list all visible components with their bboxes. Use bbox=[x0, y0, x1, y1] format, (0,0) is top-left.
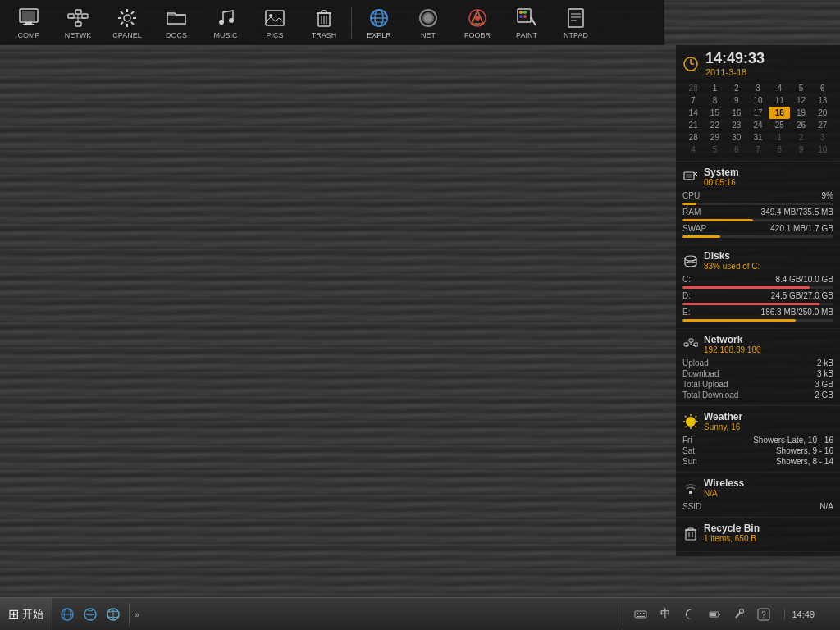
weather-title: Weather bbox=[704, 411, 742, 422]
svg-point-72 bbox=[686, 417, 696, 427]
quick-launch-area: » bbox=[52, 603, 144, 626]
svg-rect-96 bbox=[637, 613, 638, 614]
taskbar-icon-foobr[interactable]: FOOBR bbox=[453, 2, 502, 43]
bottom-taskbar: ⊞ 开始 » bbox=[0, 597, 840, 630]
internet-explorer-icon bbox=[368, 7, 390, 30]
wireless-widget: Wireless N/A SSID N/A bbox=[676, 472, 840, 518]
svg-rect-57 bbox=[686, 174, 692, 178]
svg-point-39 bbox=[424, 14, 432, 22]
svg-point-12 bbox=[124, 15, 130, 21]
cpu-row: CPU 9% bbox=[682, 190, 833, 201]
wireless-title: Wireless bbox=[704, 477, 744, 489]
svg-point-42 bbox=[475, 16, 480, 21]
taskbar-separator bbox=[351, 7, 352, 39]
svg-rect-2 bbox=[25, 22, 32, 24]
drive-c-row: C: 8.4 GB/10.0 GB bbox=[682, 274, 833, 285]
svg-rect-99 bbox=[637, 616, 645, 617]
svg-rect-82 bbox=[686, 530, 696, 540]
drive-d-fill bbox=[682, 303, 819, 305]
weather-widget: Weather Sunny, 16 Fri Showers Late, 10 -… bbox=[676, 406, 840, 472]
drive-c-fill bbox=[682, 286, 810, 289]
weather-sat: Sat Showers, 9 - 16 bbox=[682, 445, 833, 456]
taskbar-icon-pics[interactable]: PICS bbox=[250, 2, 299, 43]
sidebar-panel: 14:49:33 2011-3-18 28 1 2 3 4 5 6 7 8 9 … bbox=[676, 45, 840, 556]
svg-point-44 bbox=[519, 11, 523, 14]
taskbar-clock[interactable]: 14:49 bbox=[784, 609, 821, 619]
taskbar-clock-time: 14:49 bbox=[792, 609, 815, 619]
foobar-icon bbox=[466, 7, 489, 30]
trash-icon bbox=[313, 7, 336, 30]
svg-rect-4 bbox=[68, 14, 74, 18]
svg-point-45 bbox=[523, 11, 527, 14]
swap-fill bbox=[682, 235, 720, 238]
svg-rect-5 bbox=[75, 10, 81, 14]
svg-point-47 bbox=[523, 15, 527, 18]
paint-icon bbox=[515, 7, 538, 30]
drive-c-bar bbox=[682, 286, 833, 289]
svg-line-19 bbox=[131, 11, 134, 14]
calendar-widget: 14:49:33 2011-3-18 28 1 2 3 4 5 6 7 8 9 … bbox=[676, 45, 840, 162]
system-icon bbox=[682, 169, 699, 185]
tray-icon-chinese[interactable]: 中 bbox=[655, 604, 676, 625]
start-button[interactable]: ⊞ 开始 bbox=[0, 598, 52, 630]
taskbar-icon-ntpad[interactable]: NTPAD bbox=[551, 2, 600, 43]
network-widget-icon bbox=[682, 336, 699, 353]
date-display: 2011-3-18 bbox=[705, 67, 765, 77]
upload-row: Upload 2 kB bbox=[682, 358, 833, 368]
folder-icon bbox=[165, 7, 188, 30]
tray-icon-moon[interactable] bbox=[679, 604, 701, 625]
quick-launch-browser[interactable] bbox=[80, 604, 101, 625]
taskbar-icon-cpanel[interactable]: CPANEL bbox=[103, 2, 152, 43]
quick-launch-ie[interactable] bbox=[57, 604, 78, 625]
taskbar-icon-trash[interactable]: TRASH bbox=[299, 2, 349, 43]
weather-fri: Fri Showers Late, 10 - 16 bbox=[682, 435, 833, 445]
computer-icon bbox=[17, 7, 40, 30]
taskbar-icon-explr[interactable]: EXPLR bbox=[354, 2, 404, 43]
quick-launch-arrows: » bbox=[135, 609, 139, 619]
quick-launch-globe[interactable] bbox=[103, 604, 124, 625]
svg-point-104 bbox=[740, 609, 744, 613]
system-widget: System 00:05:16 CPU 9% RAM 349.4 MB/735.… bbox=[676, 162, 840, 245]
drive-e-row: E: 186.3 MB/250.0 MB bbox=[682, 307, 833, 317]
wireless-icon bbox=[682, 480, 699, 496]
svg-text:?: ? bbox=[761, 610, 766, 619]
taskbar-icon-paint[interactable]: PAINT bbox=[502, 2, 551, 43]
svg-rect-67 bbox=[689, 339, 693, 342]
download-row: Download 3 kB bbox=[682, 368, 833, 379]
cpu-bar bbox=[682, 203, 833, 205]
svg-line-79 bbox=[696, 416, 697, 418]
disks-widget: Disks 83% used of C: C: 8.4 GB/10.0 GB D… bbox=[676, 245, 840, 329]
cpu-fill bbox=[682, 203, 696, 205]
weather-sun: Sun Showers, 8 - 14 bbox=[682, 456, 833, 467]
drive-e-fill bbox=[682, 319, 796, 322]
svg-point-61 bbox=[685, 256, 696, 261]
taskbar-icon-music[interactable]: MUSIC bbox=[201, 2, 250, 43]
svg-line-70 bbox=[691, 345, 696, 346]
network-ip: 192.168.39.180 bbox=[704, 345, 761, 354]
ssid-row: SSID N/A bbox=[682, 501, 833, 512]
tray-icon-keyboard[interactable] bbox=[630, 604, 651, 625]
ram-fill bbox=[682, 219, 753, 221]
top-taskbar: COMP NETWK bbox=[0, 0, 664, 45]
svg-rect-7 bbox=[75, 22, 81, 26]
tray-icon-wrench[interactable] bbox=[728, 604, 750, 625]
svg-rect-49 bbox=[568, 9, 583, 27]
svg-line-18 bbox=[131, 22, 134, 25]
svg-rect-6 bbox=[82, 14, 88, 18]
svg-rect-81 bbox=[689, 491, 692, 494]
svg-point-21 bbox=[219, 20, 224, 25]
total-upload-row: Total Upload 3 GB bbox=[682, 379, 833, 390]
tray-icon-battery[interactable] bbox=[704, 604, 725, 625]
svg-rect-98 bbox=[643, 613, 645, 614]
taskbar-icon-net[interactable]: NET bbox=[404, 2, 453, 43]
notepad-icon bbox=[564, 7, 587, 30]
time-display: 14:49:33 bbox=[705, 50, 765, 67]
taskbar-icon-netwk[interactable]: NETWK bbox=[53, 2, 103, 43]
taskbar-icon-comp[interactable]: COMP bbox=[4, 2, 53, 43]
tray-icon-question[interactable]: ? bbox=[753, 604, 774, 625]
taskbar-icon-docs[interactable]: DOCS bbox=[152, 2, 201, 43]
system-title: System bbox=[704, 167, 739, 178]
svg-line-80 bbox=[685, 426, 687, 427]
system-uptime: 00:05:16 bbox=[704, 178, 739, 187]
drive-d-row: D: 24.5 GB/27.0 GB bbox=[682, 290, 833, 301]
